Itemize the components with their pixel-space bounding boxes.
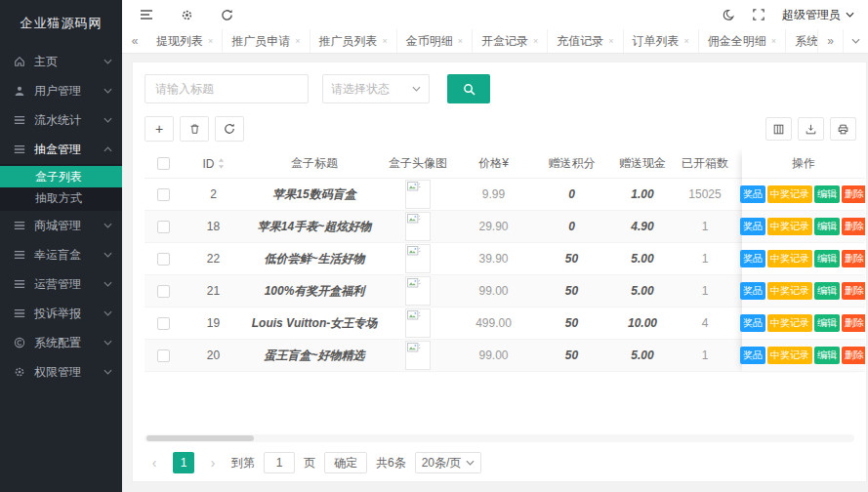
refresh-icon[interactable] — [221, 9, 233, 21]
tab-close-icon[interactable]: × — [208, 36, 213, 46]
tab-item[interactable]: 订单列表× — [624, 29, 699, 53]
prize-button[interactable]: 奖品 — [740, 250, 765, 267]
tabs-scroll-left-icon[interactable]: « — [122, 29, 147, 53]
title-search-input[interactable] — [145, 74, 309, 103]
tab-close-icon[interactable]: × — [533, 36, 538, 46]
edit-button[interactable]: 编辑 — [814, 347, 840, 364]
filter-row: 请选择状态 — [145, 74, 866, 103]
prev-page-button[interactable]: ‹ — [145, 452, 164, 473]
chevron-down-icon — [103, 117, 112, 123]
row-checkbox[interactable] — [157, 221, 170, 233]
filter-columns-icon[interactable] — [765, 117, 792, 141]
sidebar-item-1[interactable]: 主页 — [0, 47, 122, 76]
admin-name: 超级管理员 — [782, 7, 841, 23]
win-record-button[interactable]: 中奖记录 — [767, 347, 812, 364]
header-id[interactable]: ID — [182, 149, 245, 178]
export-download-icon[interactable] — [798, 117, 824, 141]
sidebar-item-5[interactable]: 商城管理 — [0, 211, 122, 240]
row-checkbox[interactable] — [157, 349, 170, 362]
prize-button[interactable]: 奖品 — [740, 185, 765, 203]
tab-close-icon[interactable]: × — [684, 36, 689, 46]
delete-button[interactable]: 删除 — [842, 250, 865, 267]
goto-confirm-button[interactable]: 确定 — [324, 452, 367, 473]
edit-button[interactable]: 编辑 — [814, 282, 840, 300]
settings-gear-icon[interactable] — [181, 9, 193, 21]
scrollbar-thumb[interactable] — [146, 435, 254, 441]
tab-item[interactable]: 开盒记录× — [473, 29, 548, 53]
row-checkbox[interactable] — [157, 285, 170, 298]
win-record-button[interactable]: 中奖记录 — [767, 314, 812, 332]
edit-button[interactable]: 编辑 — [814, 314, 840, 332]
sidebar-item-10[interactable]: 权限管理 — [0, 357, 122, 387]
status-select[interactable]: 请选择状态 — [322, 74, 430, 103]
cell-id: 2 — [182, 179, 245, 210]
row-checkbox[interactable] — [157, 253, 170, 266]
goto-page-input[interactable] — [264, 452, 295, 473]
tab-close-icon[interactable]: × — [295, 36, 300, 46]
current-page-button[interactable]: 1 — [173, 452, 194, 473]
prize-button[interactable]: 奖品 — [740, 218, 765, 235]
cell-cash: 4.90 — [608, 211, 677, 242]
row-checkbox[interactable] — [157, 188, 170, 201]
sidebar-item-label: 权限管理 — [34, 364, 97, 381]
sidebar-item-2[interactable]: 用户管理 — [0, 76, 122, 105]
fullscreen-icon[interactable] — [753, 9, 765, 20]
card-spacer — [145, 373, 866, 434]
tab-label: 提现列表 — [156, 33, 203, 50]
tab-close-icon[interactable]: × — [383, 36, 388, 46]
tabs-scroll-right-icon[interactable]: » — [817, 29, 843, 53]
sidebar-subitem[interactable]: 盒子列表 — [0, 166, 122, 187]
table-refresh-icon[interactable] — [215, 116, 244, 142]
collapse-sidebar-icon[interactable] — [140, 8, 153, 21]
sidebar-menu: 主页用户管理流水统计抽盒管理盒子列表抽取方式商城管理幸运盲盒运营管理投诉举报系统… — [0, 47, 122, 492]
delete-button[interactable]: 删除 — [842, 218, 865, 235]
sidebar-subitem[interactable]: 抽取方式 — [0, 187, 122, 209]
print-icon[interactable] — [830, 117, 856, 141]
win-record-button[interactable]: 中奖记录 — [767, 218, 812, 235]
search-button[interactable] — [447, 74, 490, 103]
prize-button[interactable]: 奖品 — [740, 314, 765, 332]
sidebar-item-4[interactable]: 抽盒管理 — [0, 135, 122, 164]
prize-button[interactable]: 奖品 — [740, 347, 765, 364]
tab-close-icon[interactable]: × — [771, 36, 776, 46]
edit-button[interactable]: 编辑 — [814, 250, 840, 267]
topbar-right: 超级管理员 — [723, 7, 854, 23]
cell-title: 100%有奖开盒福利 — [245, 275, 384, 307]
per-page-select[interactable]: 20条/页 — [415, 452, 482, 473]
tab-item[interactable]: 金币明细× — [397, 29, 473, 53]
add-button[interactable]: + — [145, 116, 174, 142]
tab-close-icon[interactable]: × — [608, 36, 613, 46]
row-checkbox[interactable] — [157, 317, 170, 330]
sidebar-item-6[interactable]: 幸运盲盒 — [0, 240, 122, 269]
tab-item[interactable]: 提现列表× — [147, 29, 223, 53]
sidebar-item-3[interactable]: 流水统计 — [0, 105, 122, 135]
sidebar-item-9[interactable]: 系统配置 — [0, 328, 122, 357]
edit-button[interactable]: 编辑 — [814, 218, 840, 235]
tab-item[interactable]: 推广员列表× — [310, 29, 397, 53]
sidebar-item-8[interactable]: 投诉举报 — [0, 299, 122, 328]
gear-icon — [14, 366, 27, 378]
win-record-button[interactable]: 中奖记录 — [767, 282, 812, 300]
tab-item[interactable]: 充值记录× — [548, 29, 623, 53]
tab-item[interactable]: 系统配置项× — [786, 29, 817, 53]
horizontal-scrollbar[interactable] — [145, 434, 854, 442]
delete-trash-icon[interactable] — [180, 116, 209, 142]
tab-item[interactable]: 佣金全明细× — [699, 29, 786, 53]
tab-close-icon[interactable]: × — [458, 36, 463, 46]
admin-dropdown[interactable]: 超级管理员 — [782, 7, 854, 23]
delete-button[interactable]: 删除 — [842, 314, 865, 332]
select-all-checkbox[interactable] — [157, 157, 170, 170]
tabs-menu-icon[interactable] — [843, 29, 868, 53]
prize-button[interactable]: 奖品 — [740, 282, 765, 300]
theme-moon-icon[interactable] — [723, 9, 735, 21]
next-page-button[interactable]: › — [203, 452, 223, 473]
delete-button[interactable]: 删除 — [842, 347, 865, 364]
win-record-button[interactable]: 中奖记录 — [767, 185, 812, 203]
sidebar-item-7[interactable]: 运营管理 — [0, 269, 122, 299]
edit-button[interactable]: 编辑 — [814, 185, 840, 203]
win-record-button[interactable]: 中奖记录 — [767, 250, 812, 267]
tab-item[interactable]: 推广员申请× — [223, 29, 310, 53]
delete-button[interactable]: 删除 — [842, 282, 865, 300]
sort-icon[interactable] — [218, 158, 225, 169]
delete-button[interactable]: 删除 — [842, 185, 865, 203]
